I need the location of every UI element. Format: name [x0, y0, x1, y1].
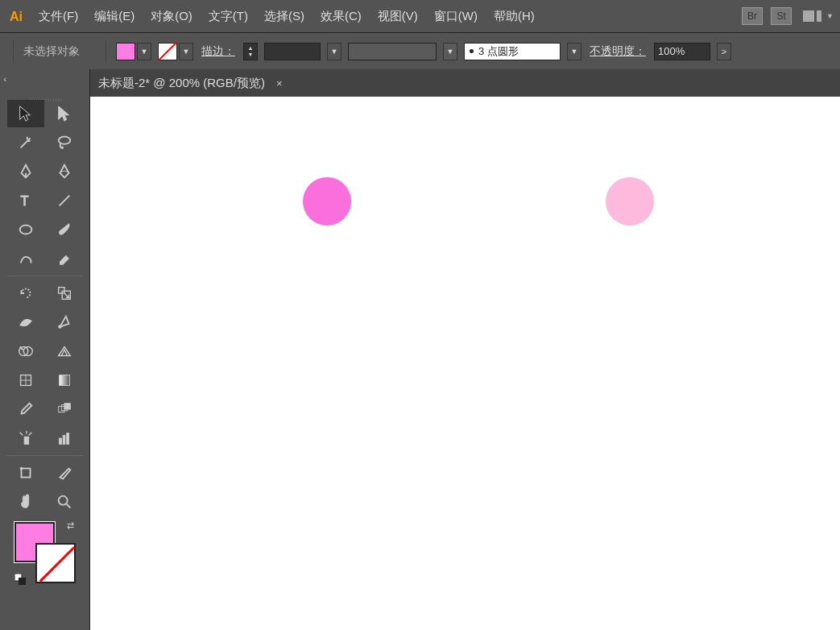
svg-line-5 [59, 196, 69, 206]
tab-bar: 未标题-2* @ 200% (RGB/预览) × [90, 69, 840, 97]
tool-grid: T [2, 95, 88, 516]
tool-panel-grip[interactable] [29, 90, 61, 93]
mesh-tool[interactable] [7, 367, 44, 394]
artboard-tool[interactable] [7, 459, 44, 487]
brush-preview-arrow[interactable]: ▼ [567, 43, 581, 60]
document-area: 未标题-2* @ 200% (RGB/预览) × [90, 69, 840, 630]
curvature-tool[interactable] [46, 158, 83, 185]
symbol-sprayer-tool[interactable] [7, 425, 44, 452]
fill-swatch-group: ▼ [116, 43, 151, 60]
line-tool[interactable] [46, 187, 83, 214]
default-fill-stroke-icon[interactable] [14, 574, 26, 585]
app-logo: Ai [6, 5, 29, 27]
brush-definition-arrow[interactable]: ▼ [443, 43, 457, 60]
opacity-label[interactable]: 不透明度： [590, 44, 646, 59]
menu-type[interactable]: 文字(T) [209, 9, 248, 24]
svg-rect-18 [64, 404, 70, 409]
brush-definition-dropdown[interactable] [348, 43, 437, 60]
hand-tool[interactable] [7, 488, 44, 516]
stroke-label[interactable]: 描边： [201, 44, 235, 59]
svg-text:Ai: Ai [10, 10, 23, 23]
shaper-tool[interactable] [7, 245, 44, 272]
lasso-tool[interactable] [46, 129, 83, 156]
canvas-circle-1[interactable] [303, 177, 351, 226]
eraser-tool[interactable] [46, 245, 83, 272]
stroke-profile-arrow[interactable]: ▼ [327, 43, 341, 60]
divider [106, 39, 106, 64]
menu-select[interactable]: 选择(S) [264, 9, 304, 24]
menu-view[interactable]: 视图(V) [378, 9, 418, 24]
free-transform-tool[interactable] [46, 309, 83, 336]
tab-title: 未标题-2* @ 200% (RGB/预览) [98, 76, 265, 91]
bridge-badge[interactable]: Br [742, 7, 763, 25]
zoom-tool[interactable] [46, 488, 83, 516]
svg-rect-22 [66, 433, 68, 445]
scale-tool[interactable] [46, 280, 83, 307]
rotate-tool[interactable] [7, 280, 44, 307]
svg-rect-7 [58, 288, 64, 293]
svg-point-26 [58, 496, 67, 505]
menubar: Ai 文件(F) 编辑(E) 对象(O) 文字(T) 选择(S) 效果(C) 视… [0, 0, 840, 32]
menu-help[interactable]: 帮助(H) [494, 9, 535, 24]
menu-edit[interactable]: 编辑(E) [94, 9, 134, 24]
menu-effect[interactable]: 效果(C) [321, 9, 362, 24]
tool-panel: ‹‹ T [0, 69, 90, 630]
svg-text:T: T [20, 193, 28, 208]
selection-tool[interactable] [7, 100, 44, 127]
svg-rect-15 [59, 375, 69, 386]
svg-line-27 [66, 504, 70, 508]
svg-point-9 [58, 325, 61, 329]
brush-name: 3 点圆形 [478, 44, 519, 59]
column-graph-tool[interactable] [46, 425, 83, 452]
stroke-swatch[interactable] [158, 43, 177, 60]
svg-rect-19 [24, 437, 29, 444]
more-options-arrow[interactable]: > [717, 43, 731, 60]
stroke-color-swatch[interactable] [35, 543, 76, 583]
stroke-weight-stepper[interactable]: ▲▼ [243, 43, 258, 60]
stroke-profile-dropdown[interactable] [264, 43, 321, 60]
magic-wand-tool[interactable] [7, 129, 44, 156]
opacity-input[interactable]: 100% [654, 43, 710, 60]
width-tool[interactable] [7, 309, 44, 336]
svg-rect-20 [59, 438, 61, 444]
tab-close-button[interactable]: × [276, 77, 283, 89]
stroke-swatch-group: ▼ [158, 43, 193, 60]
brush-preview[interactable]: 3 点圆形 [464, 43, 561, 60]
menu-right: Br St ▼ [742, 7, 840, 25]
perspective-tool[interactable] [46, 338, 83, 365]
shape-builder-tool[interactable] [7, 338, 44, 365]
eyedropper-tool[interactable] [7, 396, 44, 423]
workspace-box-small-icon [817, 10, 821, 22]
gradient-tool[interactable] [46, 367, 83, 394]
menu-window[interactable]: 窗口(W) [434, 9, 478, 24]
svg-point-3 [58, 137, 70, 144]
canvas[interactable] [90, 97, 840, 630]
svg-point-6 [19, 226, 31, 234]
slice-tool[interactable] [46, 459, 83, 487]
stroke-dropdown-arrow[interactable]: ▼ [179, 43, 193, 60]
control-bar: 未选择对象 ▼ ▼ 描边： ▲▼ ▼ ▼ 3 点圆形 ▼ 不透明度： 100% … [0, 32, 840, 69]
type-tool[interactable]: T [7, 187, 44, 214]
selection-status: 未选择对象 [23, 44, 80, 59]
fill-dropdown-arrow[interactable]: ▼ [137, 43, 151, 60]
ellipse-tool[interactable] [7, 216, 44, 243]
menu-object[interactable]: 对象(O) [151, 9, 192, 24]
svg-rect-23 [21, 469, 30, 478]
pen-tool[interactable] [7, 158, 44, 185]
menu-file[interactable]: 文件(F) [39, 9, 78, 24]
document-tab[interactable]: 未标题-2* @ 200% (RGB/预览) × [90, 69, 291, 97]
brush-dot-icon [470, 49, 474, 53]
tool-separator [7, 455, 83, 456]
divider [13, 39, 14, 64]
direct-selection-tool[interactable] [46, 100, 83, 127]
paintbrush-tool[interactable] [46, 216, 83, 243]
swap-fill-stroke-icon[interactable]: ⇄ [67, 520, 74, 531]
canvas-circle-2[interactable] [606, 177, 654, 226]
blend-tool[interactable] [46, 396, 83, 423]
workspace-box-icon [803, 10, 814, 22]
workspace-switcher[interactable]: ▼ [803, 10, 834, 22]
stock-badge[interactable]: St [771, 7, 792, 25]
svg-rect-29 [19, 578, 26, 585]
fill-swatch[interactable] [116, 43, 135, 60]
tool-panel-header[interactable]: ‹‹ [0, 69, 89, 89]
